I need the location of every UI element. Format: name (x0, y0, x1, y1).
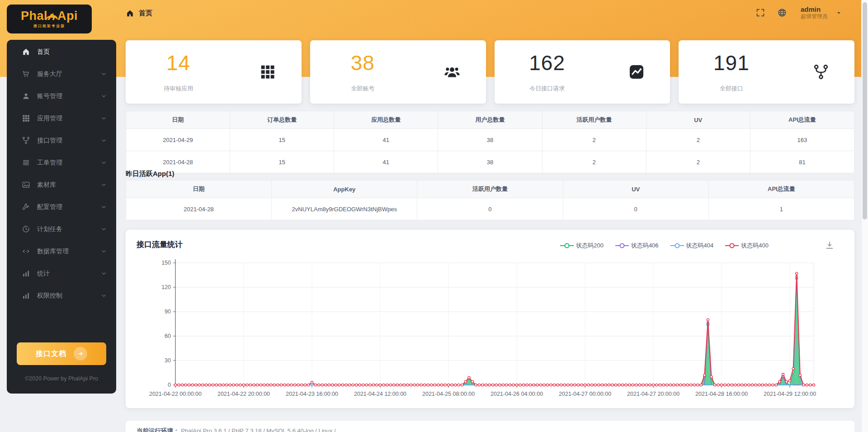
sidebar-item-3[interactable]: 账号管理 (7, 85, 116, 107)
table-cell: 163 (750, 129, 854, 151)
stat-card-1: 14待审核应用 (126, 40, 302, 104)
sidebar-item-4[interactable]: 应用管理 (7, 107, 116, 129)
table-header-row: 日期AppKey活跃用户数量UVAPI总流量 (126, 180, 854, 198)
clock-icon (22, 225, 30, 233)
legend-item-3[interactable]: 状态码404 (670, 242, 714, 250)
active-app-section-title: 昨日活跃App(1) (126, 170, 175, 178)
sidebar-item-label: 应用管理 (37, 114, 100, 123)
breadcrumb[interactable]: 首页 (126, 7, 152, 19)
active-app-table: 日期AppKey活跃用户数量UVAPI总流量2021-04-282vNUYLAm… (126, 180, 854, 220)
column-header: 活跃用户数量 (417, 180, 563, 198)
table-cell: 0 (417, 198, 563, 220)
svg-text:2021-04-27 20:00:00: 2021-04-27 20:00:00 (627, 391, 679, 397)
api-doc-button[interactable]: 接口文档 (17, 342, 106, 365)
stat-value: 162 (495, 52, 600, 73)
column-header: 活跃用户数量 (542, 111, 646, 129)
code-icon (22, 247, 30, 256)
download-icon[interactable] (825, 240, 835, 250)
column-header: 日期 (126, 111, 230, 129)
stat-label: 待审核应用 (126, 85, 231, 93)
sidebar-item-6[interactable]: 工单管理 (7, 152, 116, 174)
daily-summary-table: 日期订单总数量应用总数量用户总数量活跃用户数量UVAPI总流量2021-04-2… (126, 111, 854, 173)
legend-item-2[interactable]: 状态码406 (615, 242, 659, 250)
svg-text:0: 0 (168, 382, 171, 388)
cart-icon (22, 70, 30, 78)
chevron-down-icon (100, 71, 107, 77)
table-row: 2021-04-282vNUYLAm8y9rGDEOGWrN3tNjBWpes0… (126, 198, 854, 220)
sidebar-item-label: 工单管理 (37, 159, 100, 167)
home-icon (22, 47, 30, 56)
sidebar-item-9[interactable]: 计划任务 (7, 218, 116, 240)
wrench-icon (22, 203, 30, 211)
sidebar-item-label: 统计 (37, 270, 100, 278)
globe-icon[interactable] (777, 8, 787, 18)
chevron-down-icon (100, 248, 107, 255)
svg-text:2021-04-26 04:00:00: 2021-04-26 04:00:00 (491, 391, 543, 397)
stat-cards: 14待审核应用38全部账号162今日接口请求191全部接口 (126, 40, 854, 104)
sidebar-menu: 首页服务大厅账号管理应用管理接口管理工单管理素材库配置管理计划任务数据库管理统计… (7, 40, 116, 307)
list-icon (22, 158, 30, 167)
user-role: 超级管理员 (801, 13, 828, 20)
sidebar-item-label: 数据库管理 (37, 247, 100, 256)
api-icon (22, 136, 30, 145)
bar-chart-icon (22, 291, 30, 300)
column-header: UV (563, 180, 708, 198)
stat-label: 全部账号 (310, 85, 415, 93)
chevron-down-icon (100, 226, 107, 233)
column-header: UV (646, 111, 750, 129)
table-cell: 38 (438, 151, 542, 173)
image-icon (22, 180, 30, 189)
svg-text:2021-04-25 08:00:00: 2021-04-25 08:00:00 (422, 391, 475, 397)
column-header: 用户总数量 (438, 111, 542, 129)
legend-marker-icon (560, 243, 574, 248)
legend-marker-icon (615, 243, 629, 248)
trend-icon (628, 63, 645, 81)
table-cell: 2021-04-29 (126, 129, 230, 151)
sidebar-item-10[interactable]: 数据库管理 (7, 240, 116, 262)
app-logo[interactable]: Phal Api 接口框架专业版 (7, 5, 92, 33)
runtime-env-value: PhalApi Pro 3.6.1 / PHP 7.3.18 / MySQL 5… (181, 427, 336, 432)
table-header-row: 日期订单总数量应用总数量用户总数量活跃用户数量UVAPI总流量 (126, 111, 854, 129)
column-header: 订单总数量 (230, 111, 334, 129)
column-header: API总流量 (708, 180, 854, 198)
legend-item-4[interactable]: 状态码400 (725, 242, 769, 250)
svg-text:2021-04-28 16:00:00: 2021-04-28 16:00:00 (695, 391, 748, 397)
svg-text:2021-04-29 12:00:00: 2021-04-29 12:00:00 (764, 391, 816, 397)
logo-subtitle: 接口框架专业版 (33, 24, 65, 28)
sidebar-item-7[interactable]: 素材库 (7, 174, 116, 196)
table-cell: 2021-04-28 (126, 198, 272, 220)
legend-item-1[interactable]: 状态码200 (560, 242, 604, 250)
sidebar-item-11[interactable]: 统计 (7, 262, 116, 285)
sidebar-item-label: 服务大厅 (37, 70, 100, 78)
fullscreen-icon[interactable] (755, 8, 765, 18)
runtime-env-card: 当前运行环境： PhalApi Pro 3.6.1 / PHP 7.3.18 /… (126, 421, 854, 432)
legend-marker-icon (725, 243, 739, 248)
svg-text:2021-04-24 12:00:00: 2021-04-24 12:00:00 (354, 391, 406, 397)
sidebar-item-label: 账号管理 (37, 92, 100, 100)
table-cell: 2 (542, 129, 646, 151)
sidebar-item-8[interactable]: 配置管理 (7, 196, 116, 218)
page-scrollbar (861, 0, 868, 432)
stat-value: 191 (679, 52, 784, 73)
user-menu[interactable]: admin 超级管理员 (801, 5, 828, 20)
table-cell: 41 (334, 129, 438, 151)
column-header: API总流量 (750, 111, 854, 129)
scrollbar-thumb[interactable] (863, 2, 867, 219)
chart-legend: 状态码200状态码406状态码404状态码400 (560, 242, 769, 250)
stat-card-3: 162今日接口请求 (495, 40, 670, 104)
svg-text:2021-04-23 16:00:00: 2021-04-23 16:00:00 (286, 391, 338, 397)
svg-text:120: 120 (161, 284, 171, 290)
sidebar-item-label: 配置管理 (37, 203, 100, 211)
sidebar-item-label: 接口管理 (37, 137, 100, 145)
sidebar-item-2[interactable]: 服务大厅 (7, 63, 116, 85)
user-name: admin (801, 5, 828, 13)
table-row: 2021-04-2915413822163 (126, 129, 854, 151)
logo-text: Phal Api (21, 10, 78, 22)
sidebar-item-1[interactable]: 首页 (7, 41, 116, 63)
stat-label: 全部接口 (679, 85, 784, 93)
chevron-down-icon (100, 270, 107, 277)
sidebar-item-12[interactable]: 权限控制 (7, 285, 116, 307)
sidebar-item-5[interactable]: 接口管理 (7, 129, 116, 152)
sidebar-item-label: 素材库 (37, 181, 100, 189)
caret-down-icon[interactable] (836, 10, 842, 16)
